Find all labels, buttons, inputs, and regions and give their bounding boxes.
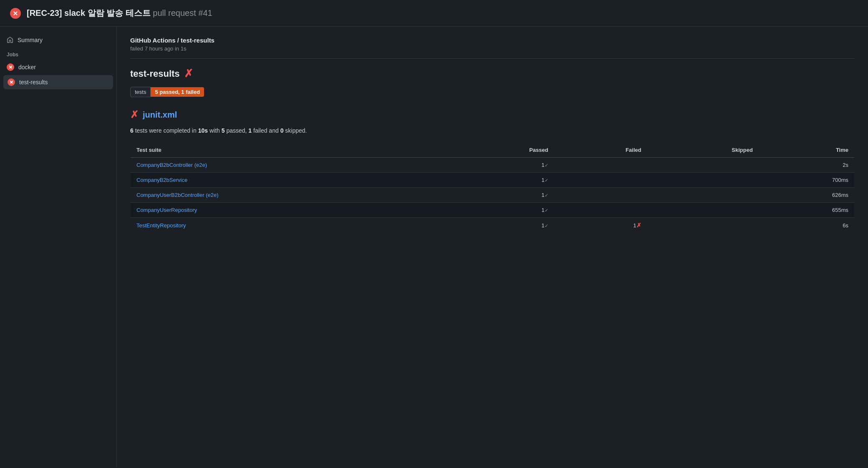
docker-fail-badge: [7, 63, 14, 71]
main-layout: Summary Jobs docker test-results GitHub …: [0, 27, 868, 468]
passed-cell: 1✓: [450, 188, 554, 203]
passed-cell: 1✓: [450, 203, 554, 218]
main-content: GitHub Actions / test-results failed 7 h…: [117, 27, 868, 468]
col-failed: Failed: [554, 143, 647, 158]
home-icon: [7, 37, 13, 43]
test-summary-text: 6 tests were completed in 10s with 5 pas…: [130, 127, 855, 134]
sidebar-item-summary[interactable]: Summary: [0, 33, 116, 47]
skipped-cell: [647, 158, 759, 173]
col-skipped: Skipped: [647, 143, 759, 158]
passed-cell: 1✓: [450, 173, 554, 188]
time-cell: 655ms: [759, 203, 855, 218]
duration: 10s: [198, 127, 208, 134]
table-row: TestEntityRepository1✓1✗6s: [131, 218, 855, 233]
skipped-cell: [647, 218, 759, 233]
junit-fail-icon: ✗: [130, 109, 139, 121]
col-time: Time: [759, 143, 855, 158]
suite-name-cell[interactable]: CompanyUserB2bController (e2e): [131, 188, 450, 203]
failed-cell: [554, 188, 647, 203]
skipped-cell: [647, 173, 759, 188]
sidebar-summary-label: Summary: [18, 37, 43, 43]
passed-cell: 1✓: [450, 218, 554, 233]
suite-name-cell[interactable]: CompanyUserRepository: [131, 203, 450, 218]
actions-title: GitHub Actions / test-results: [130, 37, 855, 44]
failed-count: 1: [248, 127, 252, 134]
test-count: 6: [130, 127, 134, 134]
table-header-row: Test suite Passed Failed Skipped Time: [131, 143, 855, 158]
time-cell: 626ms: [759, 188, 855, 203]
time-cell: 700ms: [759, 173, 855, 188]
skipped-count: 0: [280, 127, 284, 134]
table-row: CompanyB2bService1✓700ms: [131, 173, 855, 188]
page-title: [REC-23] slack 알람 발송 테스트 pull request #4…: [27, 8, 212, 19]
sidebar-item-test-results[interactable]: test-results: [3, 75, 113, 89]
test-results-title-text: test-results: [130, 68, 180, 79]
close-icon[interactable]: [10, 8, 21, 19]
jobs-section-label: Jobs: [0, 47, 116, 60]
suite-name-cell[interactable]: TestEntityRepository: [131, 218, 450, 233]
test-results-section-title: test-results ✗: [130, 67, 855, 80]
failed-cell: 1✗: [554, 218, 647, 233]
table-row: CompanyUserRepository1✓655ms: [131, 203, 855, 218]
test-badge-row: tests 5 passed, 1 failed: [130, 87, 855, 97]
skipped-cell: [647, 188, 759, 203]
col-passed: Passed: [450, 143, 554, 158]
badge-value: 5 passed, 1 failed: [151, 87, 204, 97]
skipped-cell: [647, 203, 759, 218]
sidebar-job-label-docker: docker: [18, 64, 36, 70]
failed-cell: [554, 173, 647, 188]
suite-name-cell[interactable]: CompanyB2bService: [131, 173, 450, 188]
failed-cell: [554, 203, 647, 218]
suite-name-cell[interactable]: CompanyB2bController (e2e): [131, 158, 450, 173]
time-cell: 6s: [759, 218, 855, 233]
sidebar-job-label-test-results: test-results: [19, 79, 48, 86]
failed-cell: [554, 158, 647, 173]
passed-count: 5: [222, 127, 225, 134]
pr-title: [REC-23] slack 알람 발송 테스트: [27, 8, 151, 18]
junit-title-text[interactable]: junit.xml: [143, 110, 177, 120]
sidebar-item-docker[interactable]: docker: [0, 60, 116, 74]
passed-cell: 1✓: [450, 158, 554, 173]
header: [REC-23] slack 알람 발송 테스트 pull request #4…: [0, 0, 868, 27]
test-results-table: Test suite Passed Failed Skipped Time Co…: [130, 142, 855, 233]
table-row: CompanyUserB2bController (e2e)1✓626ms: [131, 188, 855, 203]
col-suite: Test suite: [131, 143, 450, 158]
actions-subtitle: failed 7 hours ago in 1s: [130, 45, 855, 52]
table-row: CompanyB2bController (e2e)1✓2s: [131, 158, 855, 173]
test-results-fail-badge: [8, 78, 15, 86]
test-results-fail-icon: ✗: [184, 67, 193, 80]
time-cell: 2s: [759, 158, 855, 173]
pr-number: pull request #41: [153, 8, 212, 18]
sidebar: Summary Jobs docker test-results: [0, 27, 117, 468]
badge-label: tests: [130, 87, 151, 97]
actions-header: GitHub Actions / test-results failed 7 h…: [130, 37, 855, 59]
junit-title-row: ✗ junit.xml: [130, 109, 855, 121]
